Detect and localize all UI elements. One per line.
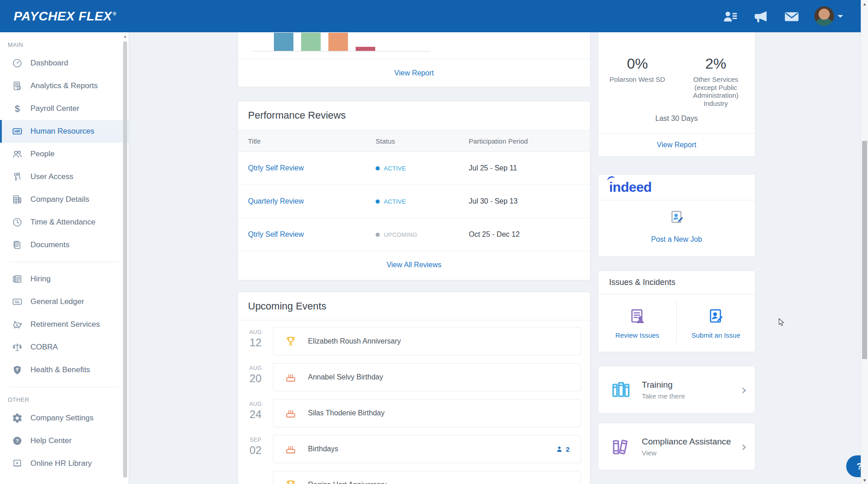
event-date bbox=[238, 471, 273, 484]
retirement-icon: $ bbox=[12, 319, 23, 330]
user-menu[interactable] bbox=[814, 6, 843, 26]
view-report-link[interactable]: View Report bbox=[394, 69, 434, 77]
sidebar-scrollbar[interactable]: ▲ bbox=[122, 32, 129, 484]
post-job-link-wrap: Post a New Job bbox=[598, 235, 755, 244]
sidebar-item-dashboard[interactable]: Dashboard bbox=[0, 52, 129, 75]
company-icon bbox=[12, 194, 23, 205]
announcements-icon[interactable] bbox=[753, 8, 769, 25]
review-issues-link[interactable]: Review Issues bbox=[615, 331, 660, 339]
event-text: Elizabeth Roush Anniversary bbox=[308, 337, 401, 345]
event-item[interactable]: Birthdays2 bbox=[273, 435, 581, 463]
review-title-link[interactable]: Qtrly Self Review bbox=[248, 164, 304, 172]
compliance-title: Compliance Assistance bbox=[642, 437, 731, 447]
event-row: SEP02Birthdays2 bbox=[238, 435, 590, 463]
chevron-right-icon: › bbox=[741, 440, 747, 454]
event-item[interactable]: Annabel Selvy Birthday bbox=[273, 363, 581, 391]
issues-incidents-card: Issues & Incidents Review IssuesSubmit a… bbox=[598, 270, 755, 352]
sidebar-item-documents[interactable]: Documents bbox=[0, 234, 129, 256]
view-report-link[interactable]: View Report bbox=[657, 141, 696, 149]
chart-bar bbox=[274, 33, 293, 51]
review-title-link[interactable]: Quarterly Review bbox=[248, 197, 304, 205]
sidebar-item-retirement-services[interactable]: $Retirement Services bbox=[0, 313, 129, 336]
trophy-icon bbox=[284, 335, 297, 348]
compliance-subtitle: View bbox=[642, 449, 731, 457]
indeed-logo[interactable]: indeed bbox=[609, 180, 652, 195]
event-date: AUG24 bbox=[238, 399, 273, 427]
documents-icon bbox=[12, 240, 23, 250]
post-job-icon[interactable] bbox=[669, 209, 685, 225]
sidebar-item-user-access[interactable]: User Access bbox=[0, 165, 129, 188]
svg-text:?: ? bbox=[15, 438, 19, 444]
stat-label: Other Services (except Public Administra… bbox=[683, 75, 749, 108]
sidebar-item-online-hr-library[interactable]: Online HR Library bbox=[0, 452, 129, 475]
indeed-card-header: indeed bbox=[598, 175, 755, 200]
scroll-up-arrow[interactable]: ▲ bbox=[122, 34, 129, 39]
sidebar-item-help-center[interactable]: ?Help Center bbox=[0, 429, 129, 452]
scroll-up-arrow[interactable]: ▲ bbox=[861, 2, 868, 6]
chart-bar bbox=[328, 33, 348, 51]
scroll-down-arrow[interactable]: ▼ bbox=[861, 478, 868, 483]
event-row: AUG20Annabel Selvy Birthday bbox=[238, 363, 590, 391]
event-row: AUG24Silas Thodenie Birthday bbox=[238, 399, 590, 427]
sidebar-item-company-details[interactable]: Company Details bbox=[0, 188, 129, 211]
stats-card-footer: View Report bbox=[598, 133, 755, 156]
sidebar-item-label: Company Details bbox=[30, 195, 89, 204]
avatar[interactable] bbox=[814, 6, 834, 26]
analytics-icon bbox=[12, 80, 23, 91]
cake-icon bbox=[284, 407, 297, 419]
time-icon bbox=[12, 217, 23, 228]
table-footer: View All Reviews bbox=[238, 250, 590, 280]
training-subtitle: Take me there bbox=[642, 392, 685, 400]
sidebar-scrollbar-thumb[interactable] bbox=[123, 41, 127, 478]
page-scrollbar[interactable]: ▲ ▼ bbox=[861, 0, 868, 484]
submit-an-issue-link[interactable]: Submit an Issue bbox=[691, 331, 740, 339]
upcoming-events-card: Upcoming Events AUG12Elizabeth Roush Ann… bbox=[238, 292, 590, 484]
sidebar-item-analytics-and-reports[interactable]: Analytics & Reports bbox=[0, 75, 129, 97]
settings-icon bbox=[12, 413, 23, 424]
chart-card: View Report bbox=[238, 32, 590, 87]
chevron-right-icon: › bbox=[741, 383, 747, 397]
event-item[interactable]: Regina Hart Anniversary bbox=[273, 471, 581, 484]
sidebar-item-label: COBRA bbox=[30, 343, 58, 352]
training-card[interactable]: Training Take me there › bbox=[598, 366, 755, 414]
compliance-assistance-card[interactable]: Compliance Assistance View › bbox=[598, 423, 755, 470]
sidebar-item-human-resources[interactable]: HRHuman Resources bbox=[0, 120, 129, 143]
sidebar-item-health-and-benefits[interactable]: Health & Benefits bbox=[0, 359, 129, 381]
sidebar-item-label: Health & Benefits bbox=[30, 365, 90, 374]
view-all-reviews-link[interactable]: View All Reviews bbox=[387, 261, 441, 269]
event-item[interactable]: Silas Thodenie Birthday bbox=[273, 399, 581, 427]
card-title: Performance Reviews bbox=[238, 101, 590, 121]
table-header: Title Status Participation Period bbox=[238, 130, 590, 152]
status-dot-icon bbox=[376, 166, 380, 170]
event-item[interactable]: Elizabeth Roush Anniversary bbox=[273, 327, 581, 355]
column-header-period: Participation Period bbox=[469, 137, 590, 145]
event-text: Regina Hart Anniversary bbox=[308, 481, 387, 484]
review-issues-action[interactable]: Review Issues bbox=[598, 294, 676, 352]
sidebar-item-label: Hiring bbox=[30, 274, 50, 284]
performance-reviews-card: Performance Reviews Title Status Partici… bbox=[238, 101, 590, 280]
sidebar-item-cobra[interactable]: COBRA bbox=[0, 336, 129, 359]
sidebar-item-general-ledger[interactable]: GLGeneral Ledger bbox=[0, 290, 129, 313]
status-dot-icon bbox=[376, 200, 380, 204]
event-text: Silas Thodenie Birthday bbox=[308, 409, 385, 417]
submit-an-issue-action[interactable]: Submit an Issue bbox=[677, 294, 755, 352]
brand-logo[interactable]: PAYCHEX FLEX® bbox=[14, 9, 116, 24]
messages-icon[interactable] bbox=[784, 8, 800, 25]
review-title-link[interactable]: Qtrly Self Review bbox=[248, 230, 304, 238]
stat-label: Polarson West SD bbox=[605, 75, 670, 84]
sidebar-item-hiring[interactable]: Hiring bbox=[0, 268, 129, 290]
contacts-icon[interactable] bbox=[722, 8, 738, 25]
sidebar-item-payroll-center[interactable]: $Payroll Center bbox=[0, 97, 129, 120]
page-scrollbar-thumb[interactable] bbox=[862, 141, 867, 359]
sidebar-section-label: OTHER bbox=[8, 396, 129, 403]
chart-bar bbox=[301, 33, 321, 51]
participation-period: Jul 25 - Sep 11 bbox=[469, 164, 590, 172]
card-title: Issues & Incidents bbox=[598, 271, 755, 294]
sidebar-item-company-settings[interactable]: Company Settings bbox=[0, 407, 129, 429]
stat-block: 2%Other Services (except Public Administ… bbox=[677, 55, 755, 108]
post-new-job-link[interactable]: Post a New Job bbox=[651, 235, 702, 243]
sidebar-item-time-and-attendance[interactable]: Time & Attendance bbox=[0, 211, 129, 234]
gl-icon: GL bbox=[12, 296, 23, 307]
event-date: SEP02 bbox=[238, 435, 273, 463]
sidebar-item-people[interactable]: People bbox=[0, 143, 129, 165]
